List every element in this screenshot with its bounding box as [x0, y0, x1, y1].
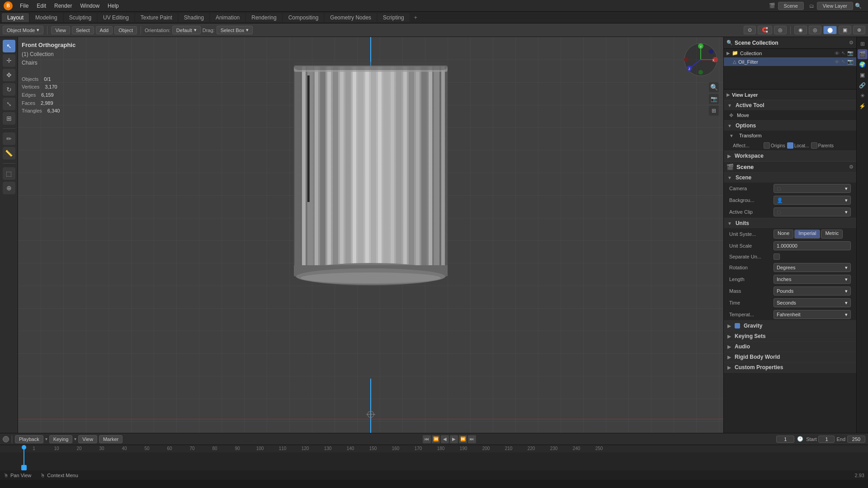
- transform-tool[interactable]: ⊞: [3, 112, 15, 125]
- workspace-header[interactable]: ▶ Workspace: [724, 151, 856, 161]
- record-btn[interactable]: [3, 436, 9, 442]
- pi-scene[interactable]: 🎬: [858, 49, 868, 59]
- viewport-shading-3[interactable]: ⬤: [823, 26, 837, 34]
- time-dropdown[interactable]: Seconds ▾: [774, 298, 851, 307]
- pi-particles[interactable]: ✳: [858, 91, 868, 101]
- rotation-dropdown[interactable]: Degrees ▾: [774, 263, 851, 272]
- play-btn[interactable]: ▶: [450, 435, 458, 443]
- measure-tool[interactable]: 📏: [3, 147, 15, 160]
- view-layer-selector[interactable]: View Layer: [817, 2, 853, 10]
- move-tool[interactable]: ✥: [3, 69, 15, 81]
- mass-dropdown[interactable]: Pounds ▾: [774, 286, 851, 296]
- pi-constraints[interactable]: 🔗: [858, 80, 868, 90]
- tab-add[interactable]: +: [410, 13, 421, 22]
- unit-imperial-btn[interactable]: Imperial: [794, 230, 820, 239]
- nav-gizmo[interactable]: X Y Z: [683, 42, 719, 79]
- tab-animation[interactable]: Animation: [210, 13, 245, 22]
- temperature-dropdown[interactable]: Fahrenheit ▾: [774, 310, 851, 319]
- outliner-visibility-icon[interactable]: 👁: [835, 51, 840, 56]
- pi-object[interactable]: ▣: [858, 70, 868, 80]
- keying-sets-header[interactable]: ▶ Keying Sets: [724, 331, 856, 341]
- camera-dropdown[interactable]: ▢ ▾: [774, 184, 851, 193]
- camera-btn[interactable]: 📷: [709, 94, 719, 104]
- unit-scale-input[interactable]: [774, 241, 851, 250]
- gravity-header[interactable]: ▶ Gravity: [724, 321, 856, 331]
- outliner-obj-visibility[interactable]: 👁: [835, 59, 840, 65]
- transform-pivot[interactable]: ⊙: [744, 26, 756, 34]
- unit-none-btn[interactable]: None: [774, 230, 793, 239]
- tab-shading[interactable]: Shading: [179, 13, 209, 22]
- scene-selector[interactable]: Scene: [778, 2, 804, 10]
- outliner-options[interactable]: ⚙: [849, 40, 854, 46]
- start-frame-input[interactable]: [818, 436, 835, 443]
- viewport-shading-2[interactable]: ◎: [809, 26, 821, 34]
- menu-file[interactable]: File: [16, 2, 32, 10]
- outliner-obj-render[interactable]: 📷: [847, 59, 854, 65]
- tab-compositing[interactable]: Compositing: [283, 13, 324, 22]
- tl-view-btn[interactable]: View: [78, 435, 97, 443]
- unit-metric-btn[interactable]: Metric: [821, 230, 843, 239]
- rigid-body-header[interactable]: ▶ Rigid Body World: [724, 352, 856, 362]
- play-back-btn[interactable]: ◀: [441, 435, 449, 443]
- jump-end-btn[interactable]: ⏭: [468, 435, 476, 443]
- outliner-render-icon[interactable]: 📷: [847, 50, 854, 56]
- end-frame-input[interactable]: [847, 436, 865, 443]
- viewport-area[interactable]: Front Orthographic (1) Collection Chairs…: [18, 37, 723, 433]
- scene-detail-header[interactable]: ▼ Scene: [724, 173, 856, 183]
- add-cube-tool[interactable]: ⬚: [3, 167, 15, 180]
- pi-world[interactable]: 🌍: [858, 60, 868, 70]
- cursor-tool[interactable]: ✛: [3, 54, 15, 67]
- tab-geometry-nodes[interactable]: Geometry Nodes: [325, 13, 377, 22]
- origins-checkbox[interactable]: [764, 142, 770, 149]
- viewport-shading-1[interactable]: ◉: [794, 26, 807, 34]
- outliner-item-collection[interactable]: ▶ 📁 Collection 👁 ↖ 📷: [724, 49, 856, 57]
- background-dropdown[interactable]: 👤 ▾: [774, 196, 851, 205]
- search-icon-top[interactable]: 🔍: [855, 3, 862, 9]
- step-fwd-btn[interactable]: ⏩: [459, 435, 467, 443]
- length-dropdown[interactable]: Inches ▾: [774, 275, 851, 284]
- toolbar-view[interactable]: View: [51, 26, 70, 34]
- tab-sculpting[interactable]: Sculpting: [64, 13, 97, 22]
- select-tool[interactable]: ↖: [3, 40, 15, 52]
- step-back-btn[interactable]: ⏪: [432, 435, 440, 443]
- tab-texture-paint[interactable]: Texture Paint: [135, 13, 178, 22]
- tab-rendering[interactable]: Rendering: [246, 13, 282, 22]
- current-frame-input[interactable]: [776, 436, 794, 443]
- drag-selector[interactable]: Select Box ▾: [217, 26, 253, 34]
- separate-units-checkbox[interactable]: [774, 253, 780, 260]
- snap-toggle[interactable]: 🧲: [758, 26, 772, 34]
- options-header[interactable]: ▼ Options: [724, 121, 856, 131]
- proportional-edit[interactable]: ◎: [774, 26, 787, 34]
- viewport-overlay[interactable]: ⊕: [853, 26, 865, 34]
- menu-help[interactable]: Help: [104, 2, 123, 10]
- outliner-obj-selectability[interactable]: ↖: [841, 59, 845, 65]
- scale-tool[interactable]: ⤡: [3, 98, 15, 110]
- pi-physics[interactable]: ⚡: [858, 101, 868, 111]
- tab-scripting[interactable]: Scripting: [377, 13, 410, 22]
- pi-active-tool[interactable]: ⊞: [858, 39, 868, 49]
- toolbar-select[interactable]: Select: [72, 26, 94, 34]
- scene-options-icon[interactable]: ⚙: [849, 164, 854, 170]
- tab-uv-editing[interactable]: UV Editing: [98, 13, 134, 22]
- tab-modeling[interactable]: Modeling: [30, 13, 63, 22]
- toolbar-object[interactable]: Object: [114, 26, 137, 34]
- menu-edit[interactable]: Edit: [33, 2, 50, 10]
- menu-render[interactable]: Render: [51, 2, 75, 10]
- audio-header[interactable]: ▶ Audio: [724, 342, 856, 352]
- tl-marker-btn[interactable]: Marker: [99, 435, 123, 443]
- rotate-tool[interactable]: ↻: [3, 83, 15, 96]
- menu-window[interactable]: Window: [76, 2, 103, 10]
- outliner-selectability-icon[interactable]: ↖: [841, 50, 845, 56]
- tl-playback-btn[interactable]: Playback: [15, 435, 43, 443]
- jump-start-btn[interactable]: ⏮: [423, 435, 431, 443]
- timeline-track-area[interactable]: 1 10 20 30 40 50 60 70 80 90 100 110 120…: [0, 445, 868, 470]
- custom-props-header[interactable]: ▶ Custom Properties: [724, 362, 856, 372]
- outliner-item-oil-filter[interactable]: △ Oil_Filter 👁 ↖ 📷: [724, 57, 856, 66]
- viewport-shading-4[interactable]: ▣: [839, 26, 851, 34]
- toolbar-add[interactable]: Add: [96, 26, 113, 34]
- gravity-checkbox[interactable]: [735, 323, 740, 328]
- tl-keying-btn[interactable]: Keying: [49, 435, 73, 443]
- parents-checkbox[interactable]: [811, 142, 817, 149]
- active-tool-header[interactable]: ▼ Active Tool: [724, 100, 856, 110]
- active-clip-dropdown[interactable]: ▢ ▾: [774, 207, 851, 216]
